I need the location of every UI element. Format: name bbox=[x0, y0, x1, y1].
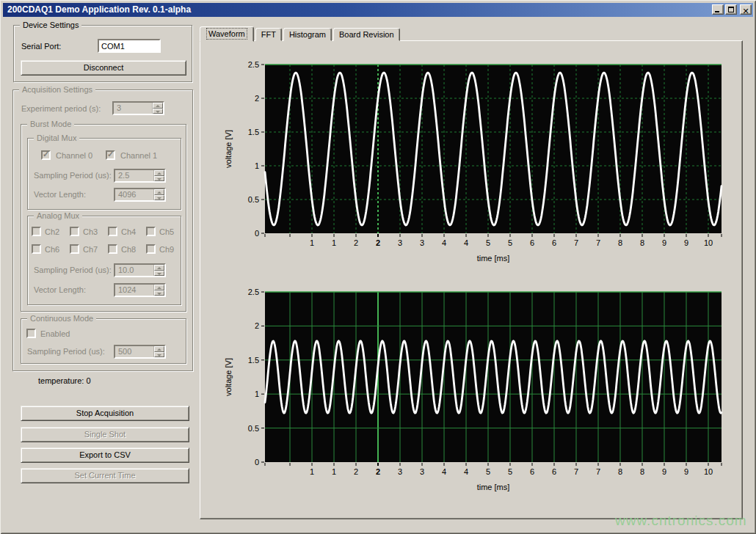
svg-text:7: 7 bbox=[596, 467, 600, 476]
svg-text:2: 2 bbox=[354, 467, 358, 476]
svg-text:2: 2 bbox=[376, 238, 380, 247]
svg-text:0.5: 0.5 bbox=[248, 195, 259, 204]
analog-vector-length-stepper: 1024 bbox=[114, 283, 166, 297]
continuous-sampling-period-label: Sampling Period (us): bbox=[27, 347, 105, 356]
ch3-checkbox bbox=[70, 227, 79, 236]
svg-text:3: 3 bbox=[420, 238, 424, 247]
continuous-enabled-label: Enabled bbox=[40, 329, 70, 338]
ch9-label: Ch9 bbox=[159, 245, 174, 254]
svg-text:8: 8 bbox=[640, 238, 644, 247]
svg-text:9: 9 bbox=[662, 467, 666, 476]
minimize-icon[interactable] bbox=[712, 4, 724, 15]
disconnect-button[interactable]: Disconnect bbox=[21, 60, 186, 76]
tab-bar: Waveform FFT Histogram Board Revision bbox=[200, 26, 401, 41]
svg-text:8: 8 bbox=[618, 467, 622, 476]
digital-mux-title: Digital Mux bbox=[34, 134, 79, 142]
svg-text:8: 8 bbox=[640, 467, 644, 476]
svg-text:9: 9 bbox=[662, 238, 666, 247]
digital-vector-length-stepper: 4096 bbox=[114, 188, 166, 202]
svg-text:4: 4 bbox=[442, 467, 446, 476]
svg-text:1: 1 bbox=[255, 161, 259, 170]
waveform-chart-bottom: 1122334455667788991000.511.522.5time [ms… bbox=[208, 277, 751, 499]
continuous-sampling-period-stepper: 500 bbox=[114, 345, 166, 359]
burst-mode-group: Burst Mode Digital Mux Channel 0 Channel… bbox=[21, 124, 186, 312]
svg-text:1.5: 1.5 bbox=[248, 128, 259, 136]
stepper-down-icon bbox=[153, 109, 163, 114]
channel-1-label: Channel 1 bbox=[120, 151, 157, 160]
analog-sampling-period-label: Sampling Period (us): bbox=[34, 266, 112, 274]
ch2-label: Ch2 bbox=[45, 227, 59, 236]
svg-text:3: 3 bbox=[398, 238, 402, 247]
svg-text:3: 3 bbox=[420, 467, 424, 476]
svg-text:9: 9 bbox=[684, 467, 688, 476]
svg-text:0: 0 bbox=[255, 229, 259, 238]
svg-text:0: 0 bbox=[255, 458, 259, 467]
svg-text:1: 1 bbox=[255, 389, 259, 398]
channel-0-checkbox bbox=[41, 150, 51, 160]
stepper-up-icon bbox=[154, 265, 164, 271]
svg-text:2.5: 2.5 bbox=[248, 288, 259, 296]
stepper-down-icon bbox=[154, 352, 164, 358]
svg-text:time [ms]: time [ms] bbox=[477, 483, 510, 491]
svg-text:voltage [V]: voltage [V] bbox=[224, 130, 233, 168]
ch9-checkbox bbox=[146, 244, 156, 254]
svg-text:10: 10 bbox=[704, 238, 713, 247]
svg-text:5: 5 bbox=[486, 238, 490, 247]
svg-text:7: 7 bbox=[574, 238, 578, 247]
svg-text:1: 1 bbox=[310, 467, 314, 476]
serial-port-label: Serial Port: bbox=[21, 42, 61, 51]
tab-histogram[interactable]: Histogram bbox=[283, 28, 332, 41]
analog-mux-group: Analog Mux Ch2 Ch3 Ch4 Ch5 Ch6 Ch7 Ch8 C… bbox=[27, 216, 181, 305]
window-title: 200CDAQ1 Demo Application Rev. 0.1-alpha bbox=[7, 4, 191, 15]
single-shot-button: Single Shot bbox=[21, 427, 189, 442]
analog-vector-length-label: Vector Length: bbox=[34, 285, 86, 294]
tab-board-revision[interactable]: Board Revision bbox=[333, 28, 400, 41]
tab-fft[interactable]: FFT bbox=[255, 28, 282, 41]
channel-0-label: Channel 0 bbox=[56, 151, 92, 160]
svg-text:2: 2 bbox=[255, 321, 259, 330]
ch8-label: Ch8 bbox=[121, 245, 136, 254]
svg-text:9: 9 bbox=[684, 238, 688, 247]
svg-text:4: 4 bbox=[442, 238, 446, 247]
acquisition-settings-title: Acquisition Settings bbox=[19, 85, 95, 94]
svg-text:6: 6 bbox=[552, 467, 556, 476]
svg-text:2.5: 2.5 bbox=[248, 60, 259, 69]
app-window: 200CDAQ1 Demo Application Rev. 0.1-alpha… bbox=[0, 0, 756, 534]
ch7-checkbox bbox=[70, 244, 79, 254]
digital-sampling-period-stepper: 2.5 bbox=[114, 169, 166, 183]
ch6-checkbox bbox=[32, 244, 41, 254]
titlebar[interactable]: 200CDAQ1 Demo Application Rev. 0.1-alpha… bbox=[3, 3, 753, 17]
digital-vector-length-label: Vector Length: bbox=[34, 190, 86, 199]
svg-text:7: 7 bbox=[574, 467, 578, 476]
svg-text:6: 6 bbox=[552, 238, 556, 247]
continuous-mode-group: Continuous Mode Enabled Sampling Period … bbox=[21, 318, 186, 364]
svg-text:7: 7 bbox=[596, 238, 600, 247]
stepper-up-icon bbox=[154, 170, 164, 176]
stepper-up-icon bbox=[154, 346, 164, 352]
svg-text:6: 6 bbox=[530, 238, 534, 247]
ch4-label: Ch4 bbox=[121, 227, 136, 236]
stepper-up-icon bbox=[154, 285, 164, 290]
ch4-checkbox bbox=[108, 227, 117, 236]
maximize-icon[interactable] bbox=[725, 4, 737, 15]
device-settings-title: Device Settings bbox=[20, 21, 81, 29]
stepper-up-icon bbox=[154, 189, 164, 195]
svg-text:1.5: 1.5 bbox=[248, 356, 259, 365]
stepper-up-icon bbox=[153, 103, 163, 109]
svg-text:1: 1 bbox=[332, 467, 336, 476]
close-icon[interactable]: ✕ bbox=[740, 4, 752, 15]
svg-text:3: 3 bbox=[398, 467, 402, 476]
svg-text:5: 5 bbox=[508, 238, 512, 247]
stop-acquisition-button[interactable]: Stop Acquisition bbox=[21, 406, 189, 421]
serial-port-input[interactable] bbox=[98, 39, 161, 53]
tab-waveform[interactable]: Waveform bbox=[200, 26, 254, 42]
ch2-checkbox bbox=[32, 227, 41, 236]
svg-text:5: 5 bbox=[486, 467, 490, 476]
stepper-down-icon bbox=[154, 271, 164, 277]
svg-text:0.5: 0.5 bbox=[248, 424, 259, 433]
ch3-label: Ch3 bbox=[83, 227, 98, 236]
experiment-period-stepper: 3 bbox=[112, 101, 164, 115]
stepper-down-icon bbox=[154, 195, 164, 201]
export-to-csv-button[interactable]: Export to CSV bbox=[21, 447, 189, 463]
digital-mux-group: Digital Mux Channel 0 Channel 1 Sampling… bbox=[27, 138, 181, 210]
